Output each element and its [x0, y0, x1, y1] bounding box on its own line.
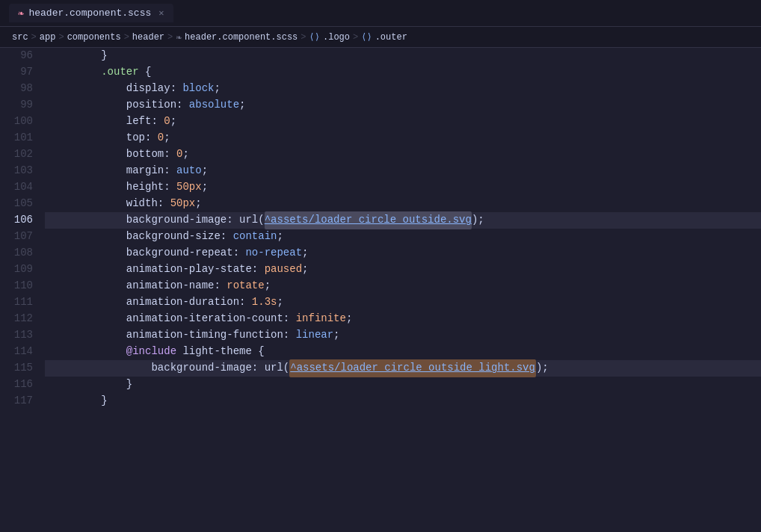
ln-107: 107 — [9, 229, 33, 245]
code-line-103: margin: auto; — [45, 163, 761, 179]
bc-sep-2: > — [58, 32, 64, 43]
bc-file-icon: ❧ — [176, 31, 182, 43]
bc-filename: header.component.scss — [185, 32, 298, 43]
tab-label: header.component.scss — [28, 7, 151, 19]
ln-106: 106 — [9, 212, 33, 229]
code-line-114: @include light-theme { — [45, 344, 761, 360]
editor-tab[interactable]: ❧ header.component.scss ✕ — [9, 4, 173, 22]
bc-sep-4: > — [167, 32, 173, 43]
ln-102: 102 — [9, 146, 33, 163]
bc-header: header — [132, 32, 164, 43]
bc-components: components — [67, 32, 121, 43]
code-line-101: top: 0; — [45, 130, 761, 146]
bc-app: app — [40, 32, 56, 43]
ln-104: 104 — [9, 179, 33, 196]
ln-96: 96 — [9, 48, 33, 64]
ln-117: 117 — [9, 393, 33, 409]
breadcrumb: src > app > components > header > ❧ head… — [0, 27, 761, 48]
code-line-105: width: 50px; — [45, 196, 761, 212]
ln-99: 99 — [9, 97, 33, 114]
ln-97: 97 — [9, 64, 33, 81]
ln-105: 105 — [9, 196, 33, 212]
ln-116: 116 — [9, 377, 33, 393]
bc-outer-icon: ⟨⟩ — [361, 31, 372, 43]
ln-115: 115 — [9, 360, 33, 377]
bc-outer-label: .outer — [375, 32, 407, 43]
code-line-112: animation-iteration-count: infinite; — [45, 311, 761, 327]
code-line-109: animation-play-state: paused; — [45, 262, 761, 278]
line-numbers: 96 97 98 99 100 101 102 103 104 105 106 … — [0, 48, 45, 532]
code-line-99: position: absolute; — [45, 97, 761, 114]
line-97-brace: { — [139, 64, 152, 81]
ln-100: 100 — [9, 114, 33, 130]
code-container: 96 97 98 99 100 101 102 103 104 105 106 … — [0, 48, 761, 532]
line-97-selector: .outer — [51, 64, 139, 81]
code-line-102: bottom: 0; — [45, 146, 761, 163]
ln-101: 101 — [9, 130, 33, 146]
tab-close-button[interactable]: ✕ — [158, 7, 164, 19]
ln-112: 112 — [9, 311, 33, 327]
code-line-115: background-image: url(^assets/loader_cir… — [45, 360, 761, 377]
code-line-98: display: block; — [45, 81, 761, 97]
code-line-113: animation-timing-function: linear; — [45, 327, 761, 344]
code-line-117: } — [45, 393, 761, 409]
code-line-100: left: 0; — [45, 114, 761, 130]
code-line-110: animation-name: rotate; — [45, 278, 761, 294]
code-line-97: .outer { — [45, 64, 761, 81]
ln-111: 111 — [9, 294, 33, 311]
line-98-prop: display — [51, 80, 170, 97]
title-bar: ❧ header.component.scss ✕ — [0, 0, 761, 27]
code-lines: } .outer { display: block; position: abs… — [45, 48, 761, 532]
editor-area: 96 97 98 99 100 101 102 103 104 105 106 … — [0, 48, 761, 532]
code-line-107: background-size: contain; — [45, 229, 761, 245]
line-98-val: block — [182, 80, 214, 97]
ln-110: 110 — [9, 278, 33, 294]
bc-src: src — [12, 32, 28, 43]
bc-sep-3: > — [124, 32, 129, 43]
bc-logo-label: .logo — [323, 32, 350, 43]
ln-109: 109 — [9, 262, 33, 278]
bc-sep-1: > — [31, 32, 37, 43]
code-line-111: animation-duration: 1.3s; — [45, 294, 761, 311]
ln-113: 113 — [9, 327, 33, 344]
bc-logo-item: ⟨⟩ .logo — [309, 31, 350, 43]
bc-file-item: ❧ header.component.scss — [176, 31, 298, 43]
bc-logo-icon: ⟨⟩ — [309, 31, 320, 43]
code-line-106: background-image: url(^assets/loader_cir… — [45, 212, 761, 229]
code-line-96: } — [45, 48, 761, 64]
file-icon: ❧ — [18, 7, 24, 19]
bc-sep-6: > — [353, 32, 358, 43]
ln-103: 103 — [9, 163, 33, 179]
ln-98: 98 — [9, 81, 33, 97]
ln-114: 114 — [9, 344, 33, 360]
code-line-108: background-repeat: no-repeat; — [45, 245, 761, 262]
code-line-104: height: 50px; — [45, 179, 761, 196]
line-96-text: } — [51, 48, 108, 65]
bc-sep-5: > — [301, 32, 306, 43]
bc-outer-item: ⟨⟩ .outer — [361, 31, 407, 43]
code-line-116: } — [45, 377, 761, 393]
ln-108: 108 — [9, 245, 33, 262]
